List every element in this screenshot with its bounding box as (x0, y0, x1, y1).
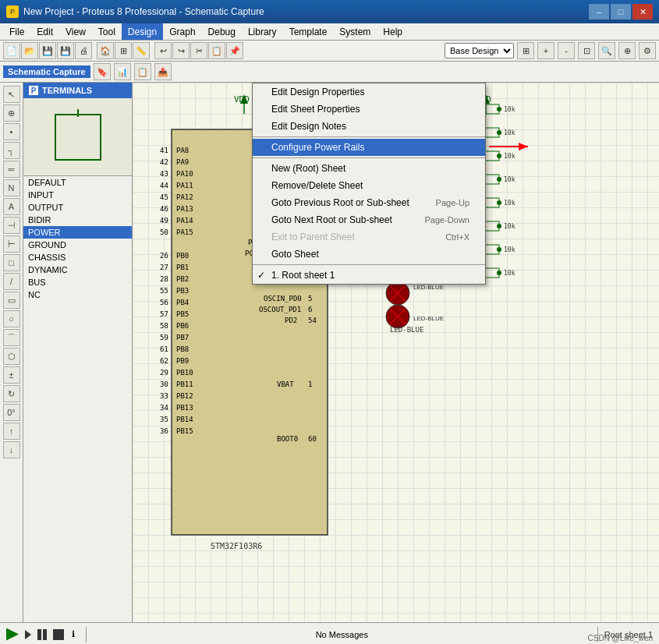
paste-btn[interactable]: 📌 (226, 42, 243, 59)
move-up[interactable]: ↑ (3, 423, 20, 440)
step-button[interactable] (22, 628, 34, 641)
poly-tool[interactable]: ⬡ (3, 348, 20, 365)
arc-tool[interactable]: ⌒ (3, 329, 20, 346)
menu-file[interactable]: File (3, 23, 30, 40)
home-btn[interactable]: 🏠 (97, 42, 114, 59)
info-button[interactable]: ℹ (67, 628, 80, 641)
pause-button[interactable] (37, 628, 50, 641)
svg-text:57: 57 (160, 310, 168, 318)
line-tool[interactable]: / (3, 273, 20, 290)
symbol-tool[interactable]: ± (3, 366, 20, 384)
zoom-fit[interactable]: ⊡ (578, 42, 595, 59)
open-btn[interactable]: 📂 (21, 42, 38, 59)
rotate-btn[interactable]: ↻ (3, 385, 20, 402)
panel-item-bidir[interactable]: BIDIR (23, 214, 132, 226)
goto-sheet-label: Goto Sheet (271, 249, 319, 260)
circle-tool[interactable]: ○ (3, 310, 20, 327)
redo-btn[interactable]: ↪ (172, 42, 190, 59)
design-select[interactable]: Base Design (445, 43, 514, 58)
menu-template[interactable]: Template (283, 23, 334, 40)
design-dropdown-menu: Edit Design Properties Edit Sheet Proper… (252, 83, 486, 285)
panel-item-default[interactable]: DEFAULT (23, 176, 132, 189)
svg-text:44: 44 (160, 182, 168, 189)
properties-btn[interactable]: ⚙ (639, 42, 656, 59)
ruler-btn[interactable]: 📏 (133, 42, 150, 59)
panel-item-ground[interactable]: GROUND (23, 239, 132, 251)
net-tool[interactable]: N (3, 179, 20, 196)
grid-btn[interactable]: ⊞ (115, 42, 132, 59)
svg-text:30: 30 (160, 380, 168, 388)
rect-tool[interactable]: ▭ (3, 292, 20, 309)
annotate-btn[interactable]: 🔖 (94, 63, 111, 80)
svg-text:OSCOUT_PD1: OSCOUT_PD1 (259, 306, 301, 313)
zoom-area[interactable]: 🔍 (598, 42, 615, 59)
svg-text:10k: 10k (504, 223, 516, 230)
save-btn[interactable]: 💾 (39, 42, 56, 59)
menu-system[interactable]: System (333, 23, 377, 40)
panel-header: P TERMINALS (23, 83, 132, 98)
save-all-btn[interactable]: 💾 (57, 42, 74, 59)
menu-design[interactable]: Design (122, 23, 163, 40)
netlist-btn[interactable]: 📊 (114, 63, 131, 80)
play-button[interactable] (6, 628, 19, 641)
svg-text:49: 49 (160, 217, 168, 225)
menu-root-sheet-1[interactable]: ✓ 1. Root sheet 1 (253, 267, 485, 284)
text-tool[interactable]: A (3, 198, 20, 215)
menu-graph[interactable]: Graph (163, 23, 201, 40)
menu-remove-sheet[interactable]: Remove/Delete Sheet (253, 177, 485, 194)
panel-item-dynamic[interactable]: DYNAMIC (23, 264, 132, 276)
maximize-button[interactable]: □ (611, 4, 631, 19)
menu-edit[interactable]: Edit (30, 23, 59, 40)
svg-text:10k: 10k (504, 106, 516, 113)
status-bar: ℹ No Messages Root sheet 1 CSDN @Like_we… (0, 622, 659, 644)
wire-tool[interactable]: ┐ (3, 142, 20, 159)
close-button[interactable]: ✕ (632, 4, 653, 19)
pointer-tool[interactable]: ↖ (3, 86, 20, 103)
menu-goto-prev-sheet[interactable]: Goto Previous Root or Sub-sheet Page-Up (253, 194, 485, 211)
port-tool[interactable]: ⊢ (3, 235, 20, 253)
panel-item-nc[interactable]: NC (23, 288, 132, 301)
bus-tool[interactable]: ═ (3, 161, 20, 178)
menu-goto-sheet[interactable]: Goto Sheet (253, 246, 485, 263)
bom-btn[interactable]: 📋 (134, 63, 151, 80)
angle-btn[interactable]: 0° (3, 404, 20, 421)
svg-text:PB0: PB0 (176, 252, 189, 260)
cut-btn[interactable]: ✂ (190, 42, 207, 59)
menu-view[interactable]: View (59, 23, 92, 40)
panel-item-output[interactable]: OUTPUT (23, 201, 132, 214)
undo-btn[interactable]: ↩ (154, 42, 172, 59)
new-btn[interactable]: 📄 (3, 42, 20, 59)
menu-edit-design-notes[interactable]: Edit Design Notes (253, 118, 485, 135)
junction-tool[interactable]: • (3, 123, 20, 140)
menu-edit-design-props[interactable]: Edit Design Properties (253, 83, 485, 101)
terminal-tool[interactable]: ⊣ (3, 217, 20, 234)
menu-library[interactable]: Library (242, 23, 283, 40)
svg-text:26: 26 (160, 252, 168, 260)
menu-goto-next-sheet[interactable]: Goto Next Root or Sub-sheet Page-Down (253, 211, 485, 228)
zoom-out[interactable]: - (558, 42, 575, 59)
menu-configure-power[interactable]: Configure Power Rails (253, 139, 485, 156)
menu-edit-sheet-props[interactable]: Edit Sheet Properties (253, 101, 485, 118)
grid-icon[interactable]: ⊞ (517, 42, 534, 59)
copy-btn[interactable]: 📋 (208, 42, 225, 59)
panel-item-bus[interactable]: BUS (23, 276, 132, 288)
schematic-canvas[interactable]: VDD VDD STM32F103R6 41PA8 42PA9 43PA10 4… (133, 83, 659, 622)
minimize-button[interactable]: – (589, 4, 609, 19)
component-tool[interactable]: ⊕ (3, 104, 20, 122)
export-btn[interactable]: 📤 (154, 63, 172, 80)
svg-text:BOOT0: BOOT0 (277, 435, 298, 443)
menu-new-root-sheet[interactable]: New (Root) Sheet (253, 160, 485, 177)
menu-help[interactable]: Help (377, 23, 409, 40)
print-btn[interactable]: 🖨 (75, 42, 92, 59)
svg-text:46: 46 (160, 205, 168, 213)
panel-item-power[interactable]: POWER (23, 226, 132, 239)
zoom-in[interactable]: + (537, 42, 554, 59)
menu-debug[interactable]: Debug (202, 23, 242, 40)
stop-button[interactable] (53, 629, 64, 640)
menu-tool[interactable]: Tool (92, 23, 122, 40)
panel-item-input[interactable]: INPUT (23, 189, 132, 201)
panel-item-chassis[interactable]: CHASSIS (23, 251, 132, 264)
hier-tool[interactable]: □ (3, 254, 20, 271)
zoom-full[interactable]: ⊕ (618, 42, 636, 59)
move-down[interactable]: ↓ (3, 441, 20, 458)
